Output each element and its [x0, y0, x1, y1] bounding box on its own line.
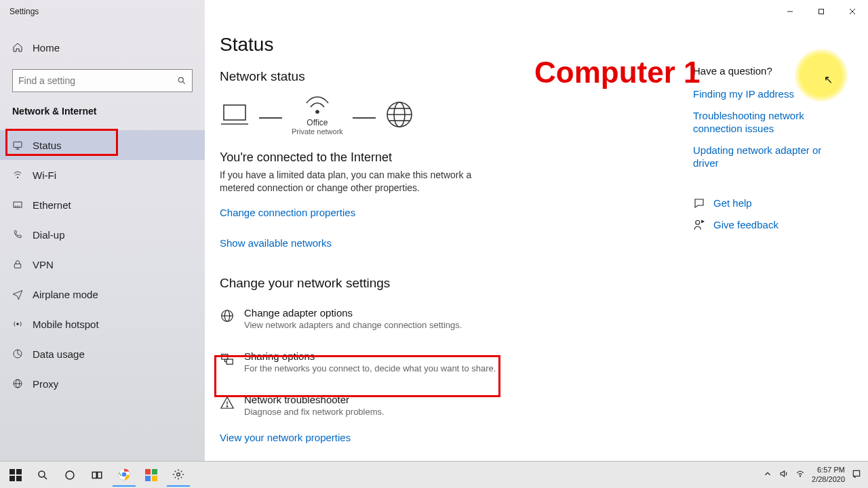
svg-point-37 — [696, 220, 700, 224]
titlebar: Settings — [0, 0, 868, 23]
airplane-icon — [12, 289, 23, 300]
help-link-driver[interactable]: Updating network adapter or driver — [693, 144, 849, 170]
data-usage-icon — [12, 348, 23, 359]
maximize-button[interactable] — [806, 1, 837, 22]
globe-icon — [385, 100, 414, 129]
search-box[interactable] — [12, 69, 193, 92]
option-sharing[interactable]: Sharing options For the networks you con… — [220, 348, 868, 378]
page-title: Status — [220, 34, 868, 56]
svg-rect-14 — [14, 264, 20, 268]
wifi-name: Office — [307, 118, 328, 127]
tray-volume-icon[interactable] — [779, 469, 789, 481]
window-title: Settings — [0, 7, 39, 16]
home-icon — [12, 42, 23, 53]
svg-rect-38 — [9, 469, 15, 474]
home-button[interactable]: Home — [0, 34, 205, 61]
wifi-large-icon — [304, 94, 331, 115]
give-feedback-label: Give feedback — [713, 219, 778, 230]
option-title: Sharing options — [244, 350, 496, 362]
chat-icon — [693, 197, 705, 209]
svg-rect-45 — [92, 472, 96, 478]
svg-line-43 — [44, 476, 47, 479]
sidebar-item-label: Wi-Fi — [33, 169, 56, 181]
svg-point-22 — [316, 110, 319, 113]
taskbar-settings[interactable] — [167, 464, 190, 487]
link-show-available-networks[interactable]: Show available networks — [220, 237, 868, 249]
sidebar: Home Network & Internet Status Wi-Fi Eth… — [0, 0, 205, 461]
warning-icon — [220, 395, 235, 410]
option-title: Network troubleshooter — [244, 394, 384, 405]
svg-rect-52 — [152, 476, 157, 481]
svg-point-44 — [66, 471, 74, 479]
svg-rect-10 — [14, 202, 22, 207]
get-help-row[interactable]: Get help — [693, 197, 849, 209]
taskbar-chrome[interactable] — [113, 464, 136, 487]
option-troubleshooter[interactable]: Network troubleshooter Diagnose and fix … — [220, 391, 868, 421]
dialup-icon — [12, 229, 23, 240]
cursor-highlight — [795, 49, 848, 102]
taskbar-clock[interactable]: 6:57 PM 2/28/2020 — [812, 466, 845, 483]
category-heading: Network & Internet — [0, 99, 205, 126]
svg-rect-50 — [152, 469, 157, 474]
svg-rect-39 — [16, 469, 22, 474]
svg-point-15 — [17, 323, 19, 325]
give-feedback-row[interactable]: Give feedback — [693, 219, 849, 231]
svg-point-36 — [226, 406, 227, 407]
tray-wifi-icon[interactable] — [795, 469, 805, 481]
sidebar-item-label: Proxy — [33, 378, 58, 390]
sidebar-item-vpn[interactable]: VPN — [0, 249, 205, 279]
taskbar-search[interactable] — [31, 464, 54, 487]
tray-notifications-icon[interactable] — [852, 469, 861, 481]
svg-rect-6 — [14, 142, 22, 147]
svg-rect-31 — [222, 354, 228, 359]
taskbar-app-grid[interactable] — [140, 464, 163, 487]
sidebar-item-airplane[interactable]: Airplane mode — [0, 279, 205, 309]
sidebar-item-dialup[interactable]: Dial-up — [0, 220, 205, 249]
sidebar-item-label: Airplane mode — [33, 289, 98, 300]
wifi-subtitle: Private network — [292, 127, 343, 136]
sidebar-item-datausage[interactable]: Data usage — [0, 339, 205, 369]
sidebar-item-label: Ethernet — [33, 199, 71, 211]
hotspot-icon — [12, 319, 23, 329]
clock-date: 2/28/2020 — [812, 475, 845, 484]
svg-point-53 — [177, 472, 180, 476]
option-desc: Diagnose and fix network problems. — [244, 407, 384, 417]
start-button[interactable] — [4, 464, 27, 487]
svg-point-9 — [17, 177, 18, 178]
svg-rect-55 — [853, 470, 859, 476]
sidebar-item-ethernet[interactable]: Ethernet — [0, 190, 205, 220]
svg-rect-32 — [226, 359, 233, 364]
home-label: Home — [33, 42, 60, 54]
link-view-network-properties[interactable]: View your network properties — [220, 432, 868, 443]
sidebar-item-status[interactable]: Status — [0, 130, 205, 160]
vpn-icon — [12, 259, 23, 270]
status-icon — [12, 140, 23, 150]
option-desc: View network adapters and change connect… — [244, 320, 462, 330]
option-desc: For the networks you connect to, decide … — [244, 363, 496, 373]
tray-chevron-up-icon[interactable] — [763, 469, 772, 481]
option-change-adapter[interactable]: Change adapter options View network adap… — [220, 304, 868, 334]
svg-rect-20 — [224, 105, 245, 120]
sidebar-item-label: Dial-up — [33, 229, 65, 241]
close-button[interactable] — [837, 1, 868, 22]
proxy-icon — [12, 378, 23, 389]
search-input[interactable] — [18, 75, 177, 86]
taskbar-cortana[interactable] — [58, 464, 81, 487]
annotation-overlay: Computer 1 — [534, 56, 700, 89]
clock-time: 6:57 PM — [812, 466, 845, 474]
laptop-icon — [220, 102, 250, 127]
get-help-label: Get help — [713, 197, 752, 209]
connected-body: If you have a limited data plan, you can… — [220, 169, 477, 195]
sidebar-item-wifi[interactable]: Wi-Fi — [0, 160, 205, 190]
taskbar: 6:57 PM 2/28/2020 — [0, 461, 868, 488]
sidebar-item-proxy[interactable]: Proxy — [0, 369, 205, 399]
svg-point-42 — [39, 471, 45, 477]
help-link-troubleshoot[interactable]: Troubleshooting network connection issue… — [693, 109, 849, 136]
minimize-button[interactable] — [774, 1, 806, 22]
sharing-icon — [220, 352, 235, 367]
sidebar-item-hotspot[interactable]: Mobile hotspot — [0, 309, 205, 339]
svg-rect-49 — [145, 469, 151, 474]
adapter-icon — [220, 308, 235, 323]
option-title: Change adapter options — [244, 307, 462, 319]
taskbar-taskview[interactable] — [85, 464, 108, 487]
